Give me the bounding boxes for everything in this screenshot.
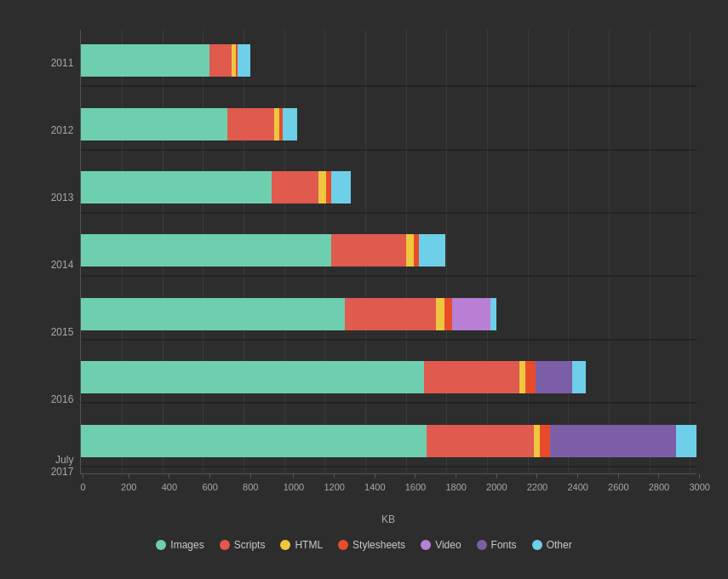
bar-row-July 2017 (81, 416, 696, 467)
x-axis-label: KB (80, 513, 696, 525)
segment-fonts (550, 425, 676, 457)
legend-dot-html (280, 540, 290, 550)
segment-images (81, 361, 424, 393)
bar-row-2015 (81, 290, 696, 341)
x-tick-label: 0 (80, 482, 85, 492)
segment-images (81, 171, 272, 204)
x-tick-3000: 3000 (689, 474, 709, 492)
x-tick-2800: 2800 (649, 474, 669, 492)
legend-dot-stylesheets (338, 540, 348, 550)
legend-item-stylesheets: Stylesheets (338, 539, 405, 551)
segment-other (572, 361, 585, 393)
segment-scripts (345, 298, 436, 330)
x-tick-label: 2000 (486, 482, 507, 492)
segment-stylesheets (540, 425, 550, 457)
segment-scripts (272, 171, 318, 204)
y-label-2011: 2011 (51, 37, 74, 89)
bar-row-2012 (81, 100, 696, 151)
x-tick-label: 1600 (405, 482, 426, 492)
legend-dot-scripts (220, 540, 230, 550)
x-tick-2400: 2400 (567, 474, 588, 492)
segment-scripts (209, 44, 232, 77)
x-tick-label: 2400 (567, 482, 588, 492)
segment-images (81, 425, 426, 457)
x-tick-1400: 1400 (364, 474, 385, 492)
segment-video (452, 298, 490, 330)
x-tick-1200: 1200 (324, 474, 344, 492)
legend-label-scripts: Scripts (234, 539, 266, 551)
x-tick-label: 1000 (284, 482, 304, 492)
x-tick-400: 400 (162, 474, 177, 492)
segment-stylesheets (444, 298, 452, 330)
y-label-2013: 2013 (51, 172, 74, 223)
legend-label-other: Other (547, 539, 572, 551)
x-tick-2000: 2000 (486, 474, 507, 492)
legend-item-html: HTML (280, 539, 323, 551)
x-tick-label: 400 (162, 482, 177, 492)
segment-html (406, 234, 414, 267)
legend: ImagesScriptsHTMLStylesheetsVideoFontsOt… (32, 532, 696, 558)
chart-container: 201120122013201420152016July 2017 020040… (15, 13, 714, 566)
legend-dot-images (156, 540, 166, 550)
x-tick-label: 3000 (689, 482, 709, 492)
bars-and-xaxis: 0200400600800100012001400160018002000220… (80, 30, 696, 525)
y-label-2012: 2012 (51, 105, 74, 156)
x-tick-800: 800 (243, 474, 258, 492)
legend-item-other: Other (532, 539, 572, 551)
chart-area: 201120122013201420152016July 2017 020040… (32, 30, 696, 525)
y-label-2015: 2015 (51, 307, 74, 358)
segment-fonts (536, 361, 572, 393)
legend-label-stylesheets: Stylesheets (353, 539, 405, 551)
segment-other (283, 108, 297, 140)
x-tick-1600: 1600 (405, 474, 426, 492)
x-tick-label: 2600 (608, 482, 628, 492)
x-tick-label: 2200 (527, 482, 547, 492)
segment-other (419, 234, 445, 267)
legend-item-scripts: Scripts (220, 539, 266, 551)
x-tick-2200: 2200 (527, 474, 547, 492)
segment-images (81, 298, 345, 330)
segment-html (274, 108, 280, 140)
segment-scripts (427, 425, 534, 457)
legend-dot-video (421, 540, 431, 550)
segment-stylesheets (414, 234, 420, 267)
segment-scripts (331, 234, 406, 267)
bar-row-2011 (81, 36, 696, 87)
x-tick-1000: 1000 (284, 474, 304, 492)
segment-images (81, 108, 227, 140)
legend-item-images: Images (156, 539, 203, 551)
segment-other (238, 44, 250, 77)
segment-html (436, 298, 444, 330)
bars-section (80, 30, 696, 473)
x-tick-2600: 2600 (608, 474, 628, 492)
segment-stylesheets (525, 361, 536, 393)
segment-other (331, 171, 352, 204)
x-tick-200: 200 (121, 474, 136, 492)
x-axis: 0200400600800100012001400160018002000220… (80, 473, 696, 512)
bar-row-2014 (81, 226, 696, 277)
x-tick-label: 1800 (445, 482, 466, 492)
segment-images (81, 234, 330, 267)
y-label-2016: 2016 (51, 374, 74, 425)
segment-html (519, 361, 525, 393)
y-axis: 201120122013201420152016July 2017 (32, 30, 81, 525)
segment-other (676, 425, 696, 457)
segment-other (490, 298, 496, 330)
bar-row-2013 (81, 163, 696, 214)
segment-scripts (227, 108, 274, 140)
x-tick-label: 800 (243, 482, 258, 492)
x-tick-label: 200 (121, 482, 136, 492)
x-tick-label: 1400 (364, 482, 385, 492)
x-tick-1800: 1800 (445, 474, 466, 492)
y-label-July 2017: July 2017 (32, 440, 74, 491)
legend-label-video: Video (435, 539, 461, 551)
segment-images (81, 44, 209, 77)
legend-item-fonts: Fonts (477, 539, 517, 551)
legend-item-video: Video (421, 539, 461, 551)
x-tick-label: 2800 (649, 482, 669, 492)
x-tick-600: 600 (202, 474, 217, 492)
bar-row-2016 (81, 353, 696, 404)
legend-dot-other (532, 540, 542, 550)
legend-label-html: HTML (295, 539, 323, 551)
x-tick-label: 1200 (324, 482, 344, 492)
